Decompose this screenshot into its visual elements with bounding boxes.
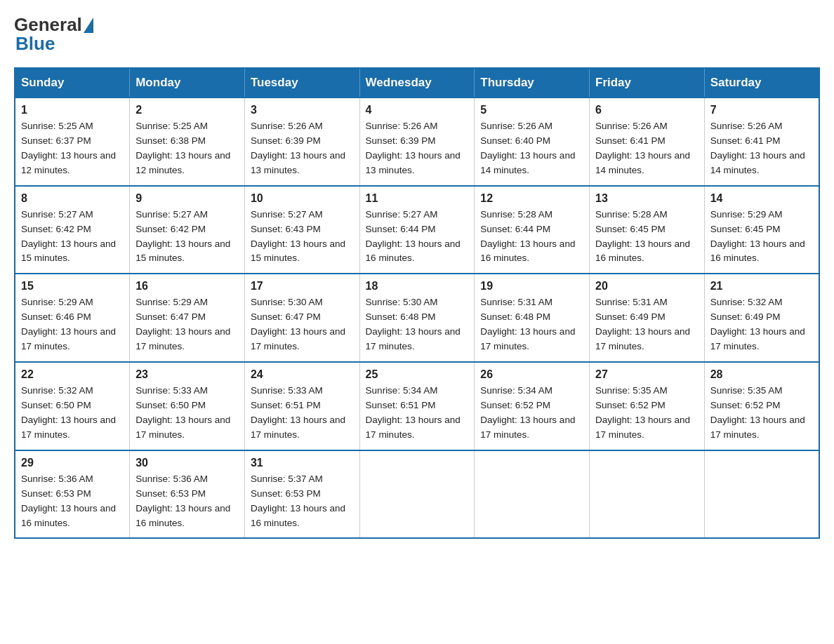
calendar-cell: 23 Sunrise: 5:33 AMSunset: 6:50 PMDaylig… [130,362,245,450]
day-info: Sunrise: 5:26 AMSunset: 6:41 PMDaylight:… [710,119,813,178]
calendar-body: 1 Sunrise: 5:25 AMSunset: 6:37 PMDayligh… [15,98,819,538]
calendar-cell: 18 Sunrise: 5:30 AMSunset: 6:48 PMDaylig… [359,274,475,362]
day-number: 18 [366,280,469,293]
calendar-cell: 13 Sunrise: 5:28 AMSunset: 6:45 PMDaylig… [590,186,705,274]
day-number: 28 [710,368,813,381]
calendar-cell: 17 Sunrise: 5:30 AMSunset: 6:47 PMDaylig… [244,274,359,362]
week-row-3: 15 Sunrise: 5:29 AMSunset: 6:46 PMDaylig… [15,274,819,362]
calendar-cell: 2 Sunrise: 5:25 AMSunset: 6:38 PMDayligh… [130,98,245,186]
week-row-1: 1 Sunrise: 5:25 AMSunset: 6:37 PMDayligh… [15,98,819,186]
header-row: SundayMondayTuesdayWednesdayThursdayFrid… [15,68,819,98]
day-number: 13 [595,192,699,205]
day-number: 12 [480,192,583,205]
calendar-cell: 21 Sunrise: 5:32 AMSunset: 6:49 PMDaylig… [704,274,819,362]
day-number: 5 [480,104,583,116]
calendar-cell: 8 Sunrise: 5:27 AMSunset: 6:42 PMDayligh… [15,186,130,274]
header-day-monday: Monday [130,68,245,98]
header-day-tuesday: Tuesday [244,68,359,98]
day-number: 3 [251,104,354,116]
day-info: Sunrise: 5:36 AMSunset: 6:53 PMDaylight:… [135,472,239,531]
day-info: Sunrise: 5:33 AMSunset: 6:50 PMDaylight:… [135,384,239,443]
day-info: Sunrise: 5:26 AMSunset: 6:39 PMDaylight:… [251,119,354,178]
calendar-cell [475,450,590,539]
calendar-cell: 24 Sunrise: 5:33 AMSunset: 6:51 PMDaylig… [244,362,359,450]
calendar-cell: 12 Sunrise: 5:28 AMSunset: 6:44 PMDaylig… [475,186,590,274]
week-row-5: 29 Sunrise: 5:36 AMSunset: 6:53 PMDaylig… [15,450,819,539]
day-info: Sunrise: 5:26 AMSunset: 6:41 PMDaylight:… [595,119,699,178]
calendar-cell: 1 Sunrise: 5:25 AMSunset: 6:37 PMDayligh… [15,98,130,186]
day-number: 26 [480,368,583,381]
calendar-cell: 11 Sunrise: 5:27 AMSunset: 6:44 PMDaylig… [359,186,475,274]
day-info: Sunrise: 5:29 AMSunset: 6:47 PMDaylight:… [135,295,239,354]
calendar-cell: 26 Sunrise: 5:34 AMSunset: 6:52 PMDaylig… [475,362,590,450]
day-number: 30 [135,457,239,469]
day-number: 23 [135,368,239,381]
day-number: 8 [21,192,124,205]
header-day-sunday: Sunday [15,68,130,98]
calendar-cell: 25 Sunrise: 5:34 AMSunset: 6:51 PMDaylig… [359,362,475,450]
header-day-wednesday: Wednesday [359,68,475,98]
day-info: Sunrise: 5:27 AMSunset: 6:44 PMDaylight:… [366,208,469,267]
day-number: 29 [21,457,124,469]
day-number: 1 [21,104,124,116]
logo-triangle-icon [84,18,93,33]
day-info: Sunrise: 5:33 AMSunset: 6:51 PMDaylight:… [251,384,354,443]
calendar-header: SundayMondayTuesdayWednesdayThursdayFrid… [15,68,819,98]
day-info: Sunrise: 5:28 AMSunset: 6:45 PMDaylight:… [595,208,699,267]
day-number: 6 [595,104,699,116]
day-number: 22 [21,368,124,381]
day-number: 16 [135,280,239,293]
day-info: Sunrise: 5:34 AMSunset: 6:52 PMDaylight:… [480,384,583,443]
calendar-cell: 5 Sunrise: 5:26 AMSunset: 6:40 PMDayligh… [475,98,590,186]
day-info: Sunrise: 5:30 AMSunset: 6:48 PMDaylight:… [366,295,469,354]
day-number: 7 [710,104,813,116]
calendar-cell: 3 Sunrise: 5:26 AMSunset: 6:39 PMDayligh… [244,98,359,186]
day-number: 4 [366,104,469,116]
header-day-thursday: Thursday [475,68,590,98]
logo-blue-text: Blue [15,33,55,55]
calendar-cell: 22 Sunrise: 5:32 AMSunset: 6:50 PMDaylig… [15,362,130,450]
calendar-cell: 20 Sunrise: 5:31 AMSunset: 6:49 PMDaylig… [590,274,705,362]
day-info: Sunrise: 5:30 AMSunset: 6:47 PMDaylight:… [251,295,354,354]
day-info: Sunrise: 5:28 AMSunset: 6:44 PMDaylight:… [480,208,583,267]
calendar-cell: 9 Sunrise: 5:27 AMSunset: 6:42 PMDayligh… [130,186,245,274]
day-number: 15 [21,280,124,293]
calendar-cell: 27 Sunrise: 5:35 AMSunset: 6:52 PMDaylig… [590,362,705,450]
day-info: Sunrise: 5:25 AMSunset: 6:38 PMDaylight:… [135,119,239,178]
day-info: Sunrise: 5:31 AMSunset: 6:49 PMDaylight:… [595,295,699,354]
header: General Blue [14,14,820,55]
day-info: Sunrise: 5:26 AMSunset: 6:40 PMDaylight:… [480,119,583,178]
calendar-cell: 30 Sunrise: 5:36 AMSunset: 6:53 PMDaylig… [130,450,245,539]
day-info: Sunrise: 5:35 AMSunset: 6:52 PMDaylight:… [595,384,699,443]
day-info: Sunrise: 5:25 AMSunset: 6:37 PMDaylight:… [21,119,124,178]
calendar-cell: 4 Sunrise: 5:26 AMSunset: 6:39 PMDayligh… [359,98,475,186]
day-info: Sunrise: 5:29 AMSunset: 6:46 PMDaylight:… [21,295,124,354]
day-number: 25 [366,368,469,381]
calendar-cell [704,450,819,539]
day-number: 17 [251,280,354,293]
calendar-cell: 7 Sunrise: 5:26 AMSunset: 6:41 PMDayligh… [704,98,819,186]
calendar-cell: 14 Sunrise: 5:29 AMSunset: 6:45 PMDaylig… [704,186,819,274]
day-number: 9 [135,192,239,205]
calendar-cell [359,450,475,539]
day-info: Sunrise: 5:27 AMSunset: 6:42 PMDaylight:… [21,208,124,267]
day-info: Sunrise: 5:31 AMSunset: 6:48 PMDaylight:… [480,295,583,354]
calendar-cell: 19 Sunrise: 5:31 AMSunset: 6:48 PMDaylig… [475,274,590,362]
calendar-cell: 15 Sunrise: 5:29 AMSunset: 6:46 PMDaylig… [15,274,130,362]
day-number: 10 [251,192,354,205]
day-info: Sunrise: 5:32 AMSunset: 6:50 PMDaylight:… [21,384,124,443]
day-info: Sunrise: 5:29 AMSunset: 6:45 PMDaylight:… [710,208,813,267]
calendar-cell [590,450,705,539]
calendar-cell: 28 Sunrise: 5:35 AMSunset: 6:52 PMDaylig… [704,362,819,450]
day-number: 21 [710,280,813,293]
day-info: Sunrise: 5:27 AMSunset: 6:43 PMDaylight:… [251,208,354,267]
header-day-friday: Friday [590,68,705,98]
day-info: Sunrise: 5:37 AMSunset: 6:53 PMDaylight:… [251,472,354,531]
calendar-cell: 10 Sunrise: 5:27 AMSunset: 6:43 PMDaylig… [244,186,359,274]
day-info: Sunrise: 5:27 AMSunset: 6:42 PMDaylight:… [135,208,239,267]
logo: General Blue [14,14,95,55]
day-number: 14 [710,192,813,205]
day-number: 19 [480,280,583,293]
day-info: Sunrise: 5:35 AMSunset: 6:52 PMDaylight:… [710,384,813,443]
calendar-cell: 16 Sunrise: 5:29 AMSunset: 6:47 PMDaylig… [130,274,245,362]
